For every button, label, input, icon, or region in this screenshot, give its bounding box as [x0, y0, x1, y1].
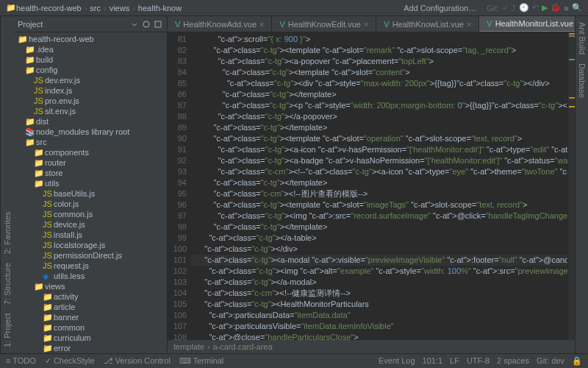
status-bar: ≡ TODO ✓ CheckStyle ⎇ Version Control ⌨ … [0, 353, 588, 368]
tree-item[interactable]: JScommon.js [13, 209, 167, 219]
tree-item[interactable]: ◆utils.less [13, 271, 167, 281]
tree-item[interactable]: JScolor.js [13, 199, 167, 209]
line-sep[interactable]: LF [450, 356, 459, 366]
tree-item[interactable]: 📁components [13, 147, 167, 158]
vcs-commit-icon[interactable]: ⤴ [512, 4, 516, 13]
undo-icon[interactable]: ↶ [532, 3, 539, 13]
tree-item[interactable]: JSrequest.js [13, 261, 167, 271]
tree-item[interactable]: 📁src [13, 137, 167, 147]
left-tool-window-bar[interactable]: 1: Project7: Structure2: Favorites [0, 16, 13, 353]
debug-icon[interactable]: 🐞 [551, 3, 561, 13]
tree-item[interactable]: JSbaseUtils.js [13, 188, 167, 199]
line-gutter: 8182838485868788899091929394959697989910… [168, 32, 191, 340]
lock-icon: 🔒 [572, 356, 582, 366]
code-editor[interactable]: "c-at">:scroll="{ x: 900 }"> "c-at">clas… [191, 32, 567, 340]
tree-item[interactable]: JSdevice.js [13, 219, 167, 230]
tree-item[interactable]: 📁views [13, 281, 167, 291]
editor-tab[interactable]: VHealthKnowList.vue× [376, 16, 479, 32]
vcs-update-icon[interactable]: ✓ [502, 3, 509, 13]
tool-vcs[interactable]: ⎇ Version Control [104, 356, 171, 366]
tree-item[interactable]: 📁store [13, 168, 167, 178]
encoding[interactable]: UTF-8 [467, 356, 490, 366]
tree-item[interactable]: JSsit.env.js [13, 106, 167, 116]
close-icon[interactable]: × [259, 20, 264, 29]
tree-item[interactable]: 📁health-record-web [13, 34, 167, 44]
editor-tabs[interactable]: VHealthKnowAdd.vue×VHealthKnowEdit.vue×V… [168, 16, 575, 32]
stop-icon[interactable]: ■ [564, 4, 569, 13]
tree-item[interactable]: 📁article [13, 302, 167, 312]
app-icon: 📁 [6, 3, 16, 13]
tool-todo[interactable]: ≡ TODO [6, 356, 36, 366]
tree-item[interactable]: JSinstall.js [13, 230, 167, 240]
right-tool-window-bar[interactable]: Ant BuildDatabase [575, 16, 588, 353]
event-log[interactable]: Event Log [379, 356, 415, 366]
tree-item[interactable]: 📁error [13, 343, 167, 353]
title-bar: 📁 health-record-web› src› views› health-… [0, 0, 588, 16]
tree-item[interactable]: 📁banner [13, 312, 167, 322]
tree-item[interactable]: 📁utils [13, 178, 167, 188]
editor-tab[interactable]: VHealthKnowAdd.vue× [168, 16, 272, 32]
editor-tab[interactable]: VHealthKnowEdit.vue× [272, 16, 376, 32]
tool-checkstyle[interactable]: ✓ CheckStyle [45, 356, 95, 366]
cursor-pos: 101:1 [423, 356, 443, 366]
tree-item[interactable]: 📁activity [13, 291, 167, 302]
editor-breadcrumb[interactable]: template › a-card.card-area [168, 340, 575, 353]
tree-item[interactable]: JSpro.env.js [13, 96, 167, 106]
tree-item[interactable]: 📁.idea [13, 44, 167, 54]
close-icon[interactable]: × [364, 20, 368, 29]
editor-tab[interactable]: VHealthMonitorList.vue× [479, 16, 575, 32]
tree-item[interactable]: 📚node_modules library root [13, 127, 167, 137]
tool-terminal[interactable]: ⌨ Terminal [179, 356, 223, 366]
project-tree[interactable]: 📁health-record-web📁.idea📁build📁configJSd… [13, 32, 167, 353]
close-icon[interactable]: × [467, 20, 471, 29]
add-config-link[interactable]: Add Configuration… [404, 4, 476, 13]
tree-item[interactable]: 📁dist [13, 116, 167, 127]
tree-item[interactable]: JSdev.env.js [13, 75, 167, 85]
tree-item[interactable]: JSindex.js [13, 85, 167, 96]
indent[interactable]: 2 spaces [497, 356, 529, 366]
project-panel: Project 📁health-record-web📁.idea📁build📁c… [13, 16, 168, 353]
svg-point-0 [143, 21, 149, 27]
breadcrumb: health-record-web› src› views› health-kn… [16, 4, 393, 13]
hide-icon[interactable] [154, 20, 162, 29]
run-icon[interactable]: ▶ [542, 3, 548, 13]
tree-item[interactable]: 📁common [13, 322, 167, 333]
minimap[interactable] [567, 32, 575, 340]
project-panel-header: Project [13, 16, 167, 32]
tree-item[interactable]: 📁config [13, 65, 167, 75]
git-branch[interactable]: Git: dev [537, 356, 564, 366]
toolbar-icons: Git: ✓ ⤴ 🕘 ↶ ▶ 🐞 ■ 🔍 [487, 3, 582, 13]
tree-item[interactable]: 📁router [13, 158, 167, 168]
tree-item[interactable]: 📁build [13, 54, 167, 65]
tree-item[interactable]: JSpermissionDirect.js [13, 250, 167, 261]
vcs-history-icon[interactable]: 🕘 [519, 3, 529, 13]
gear-icon[interactable] [142, 20, 151, 29]
search-icon[interactable]: 🔍 [572, 3, 582, 13]
tree-item[interactable]: 📁curriculum [13, 333, 167, 343]
collapse-icon[interactable] [130, 20, 139, 29]
tree-item[interactable]: JSlocalstorage.js [13, 240, 167, 250]
